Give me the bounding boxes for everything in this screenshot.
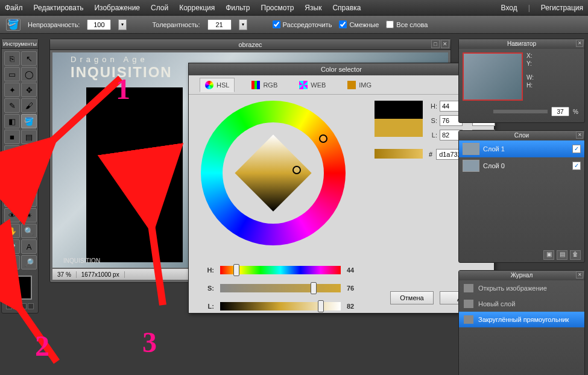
color-preview [375, 101, 423, 137]
layer-row[interactable]: Слой 0 ✓ [459, 157, 584, 174]
navigator-thumbnail[interactable] [463, 52, 523, 101]
drawing-icon[interactable]: ✏ [4, 255, 20, 269]
zoom-slider[interactable] [493, 110, 548, 113]
login-link[interactable]: Вход [501, 4, 517, 12]
menu-adjust[interactable]: Коррекция [179, 4, 215, 12]
hand-icon[interactable]: ✋ [4, 224, 20, 238]
layer-visible-checkbox[interactable]: ✓ [572, 162, 581, 170]
layer-row[interactable]: Слой 1 ✓ [459, 140, 584, 157]
history-item[interactable]: Новый слой [459, 296, 584, 312]
bucket-icon[interactable]: 🪣 [21, 114, 37, 128]
sponge-icon[interactable]: ● [21, 177, 37, 191]
slider-h-label: H: [206, 266, 214, 274]
smudge-icon[interactable]: ☝ [4, 177, 20, 191]
slider-l-label: L: [206, 303, 214, 310]
shape-icon[interactable]: ■ [4, 130, 20, 144]
tab-img[interactable]: IMG [343, 78, 376, 92]
layer-tool-icon[interactable]: ▤ [557, 250, 567, 260]
zoom-percent-input[interactable] [551, 107, 569, 116]
clone-icon[interactable]: ✂ [4, 145, 20, 160]
swatch-small[interactable] [13, 303, 19, 309]
zoom-icon[interactable]: 🔍 [21, 224, 37, 238]
replace-icon[interactable]: ⎌ [21, 145, 37, 160]
rgb-icon [251, 81, 260, 89]
history-item[interactable]: Закруглённый прямоугольник [459, 312, 584, 327]
tab-rgb[interactable]: RGB [247, 78, 282, 92]
slider-thumb-icon[interactable] [311, 282, 317, 294]
sharpen-icon[interactable]: △ [21, 161, 37, 175]
loupe-icon[interactable]: 🔎 [21, 255, 37, 269]
layer-visible-checkbox[interactable]: ✓ [572, 145, 581, 153]
menu-file[interactable]: Файл [5, 4, 23, 12]
hue-slider[interactable] [220, 266, 341, 274]
register-link[interactable]: Регистрация [541, 4, 583, 12]
contiguous-checkbox[interactable]: Смежные [339, 20, 379, 28]
annotation-number-3: 3 [142, 326, 157, 359]
opacity-dropdown[interactable]: ▾ [118, 19, 127, 30]
layer-delete-icon[interactable]: 🗑 [570, 250, 581, 260]
menu-view[interactable]: Просмотр [261, 4, 294, 12]
tolerance-input[interactable] [207, 19, 232, 30]
menu-layer[interactable]: Слой [151, 4, 168, 12]
lig-slider[interactable] [220, 302, 341, 310]
brush-icon[interactable]: 🖌 [21, 98, 37, 113]
panel-close-icon[interactable]: ✕ [576, 271, 583, 279]
crop-icon[interactable]: ⎘ [4, 51, 20, 66]
color-wheel[interactable] [201, 101, 358, 257]
gradient-strip[interactable] [375, 149, 423, 159]
gradient-icon[interactable]: ▤ [21, 130, 37, 144]
tolerance-dropdown[interactable]: ▾ [239, 19, 247, 30]
lasso-icon[interactable]: ◯ [21, 67, 37, 81]
opacity-input[interactable] [87, 19, 111, 30]
tab-web[interactable]: WEB [294, 78, 330, 92]
type-icon[interactable]: A [21, 239, 37, 254]
move-icon[interactable]: ✥ [21, 83, 37, 97]
cancel-button[interactable]: Отмена [390, 291, 434, 304]
maximize-button[interactable]: □ [431, 40, 440, 48]
panel-close-icon[interactable]: ✕ [576, 131, 583, 139]
marquee-icon[interactable]: ▭ [4, 67, 20, 81]
menu-help[interactable]: Справка [332, 4, 361, 12]
open-icon [464, 284, 473, 292]
menu-filter[interactable]: Фильтр [226, 4, 250, 12]
swatch-small[interactable] [6, 303, 12, 309]
layer-name: Слой 1 [483, 145, 505, 153]
options-bar: 🪣 Непрозрачность: ▾ Толерантность: ▾ Рас… [0, 16, 588, 34]
swatch-small[interactable] [21, 303, 27, 309]
layers-panel: Слои✕ Слой 1 ✓ Слой 0 ✓ ▣ ▤ 🗑 [458, 130, 585, 263]
menu-image[interactable]: Изображение [94, 4, 140, 12]
layer-icon [464, 300, 473, 308]
history-item[interactable]: Открыть изображение [459, 280, 584, 296]
hue-indicator-icon[interactable] [319, 134, 327, 143]
burn-icon[interactable]: 🌙 [21, 192, 37, 207]
sat-slider[interactable] [220, 284, 341, 292]
eraser-icon[interactable]: ◧ [4, 114, 20, 128]
menu-edit[interactable]: Редактировать [34, 4, 84, 12]
arrow-icon[interactable]: ↖ [21, 51, 37, 66]
pencil-icon[interactable]: ✎ [4, 98, 20, 113]
h-label: H: [429, 102, 437, 110]
tab-hsl[interactable]: HSL [200, 78, 235, 92]
layer-tool-icon[interactable]: ▣ [543, 250, 554, 260]
current-tool-icon[interactable]: 🪣 [6, 19, 21, 31]
spot-icon[interactable]: ✴ [21, 208, 37, 222]
redeye-icon[interactable]: 👁 [4, 208, 20, 222]
sv-indicator-icon[interactable] [292, 166, 301, 174]
close-button[interactable]: ✕ [441, 40, 449, 48]
wand-icon[interactable]: ✦ [4, 83, 20, 97]
picker-icon[interactable]: 💉 [4, 239, 20, 254]
all-layers-checkbox[interactable]: Все слова [386, 20, 428, 28]
foreground-color-swatch[interactable] [8, 276, 32, 300]
dodge-icon[interactable]: ☀ [4, 192, 20, 207]
panel-close-icon[interactable]: ✕ [576, 40, 583, 47]
slider-s-label: S: [206, 285, 214, 292]
blur-icon[interactable]: 💧 [4, 161, 20, 175]
rect-icon [464, 315, 473, 324]
swatch-small[interactable] [28, 303, 34, 309]
slider-thumb-icon[interactable] [233, 264, 239, 276]
slider-thumb-icon[interactable] [318, 300, 324, 312]
antialias-checkbox[interactable]: Рассредоточить [273, 20, 332, 28]
menu-language[interactable]: Язык [305, 4, 321, 12]
layer-thumbnail-icon [463, 143, 479, 155]
preview-new [375, 119, 423, 137]
